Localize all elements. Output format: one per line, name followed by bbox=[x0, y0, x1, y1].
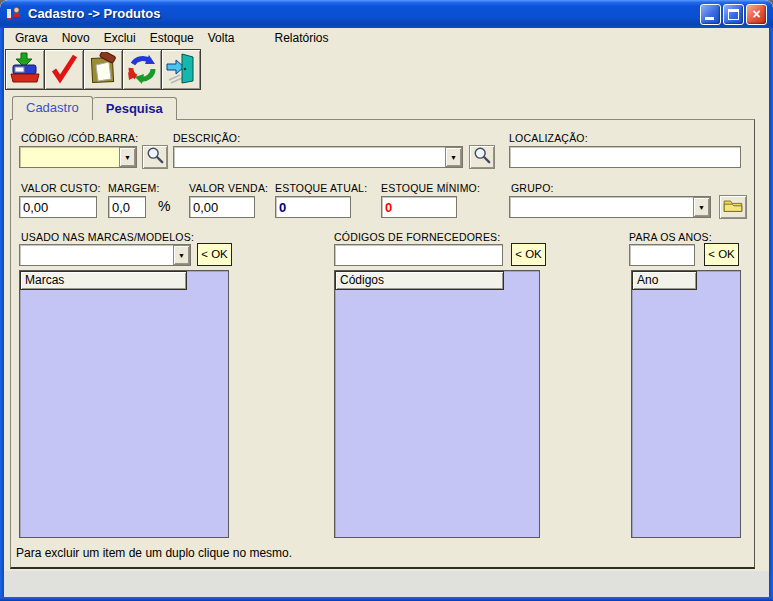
codigo-combo: ▼ bbox=[19, 146, 137, 168]
menubar: Grava Novo Exclui Estoque Volta Relatóri… bbox=[4, 28, 769, 47]
confirm-button[interactable] bbox=[44, 49, 84, 90]
marcas-dropdown-button[interactable]: ▼ bbox=[173, 245, 190, 265]
app-icon bbox=[7, 6, 23, 22]
check-icon bbox=[48, 52, 80, 88]
marcas-list[interactable]: Marcas bbox=[19, 270, 229, 538]
window-frame-left bbox=[0, 28, 4, 601]
titlebar[interactable]: Cadastro -> Produtos × bbox=[0, 0, 773, 28]
anos-ok-button[interactable]: < OK bbox=[704, 243, 739, 266]
estoque-atual-input[interactable] bbox=[275, 196, 351, 218]
footer-hint: Para excluir um item de um duplo clique … bbox=[16, 546, 292, 560]
grupo-input[interactable] bbox=[510, 197, 693, 217]
chevron-down-icon: ▼ bbox=[450, 154, 457, 161]
menu-item-grava[interactable]: Grava bbox=[8, 30, 55, 46]
menu-item-exclui[interactable]: Exclui bbox=[97, 30, 143, 46]
save-icon bbox=[9, 52, 41, 88]
maximize-icon bbox=[728, 9, 739, 20]
estoque-atual-label: ESTOQUE ATUAL: bbox=[275, 182, 367, 194]
close-button[interactable]: × bbox=[746, 4, 767, 25]
minimize-icon bbox=[705, 17, 714, 20]
marcas-combo: ▼ bbox=[19, 244, 191, 266]
anos-list-header: Ano bbox=[632, 271, 697, 290]
valor-venda-label: VALOR VENDA: bbox=[189, 182, 268, 194]
grupo-label: GRUPO: bbox=[511, 182, 554, 194]
refresh-button[interactable] bbox=[122, 49, 162, 90]
search-icon bbox=[146, 146, 164, 168]
bottom-strip bbox=[4, 571, 769, 597]
margem-input[interactable] bbox=[108, 196, 146, 218]
descricao-input[interactable] bbox=[174, 147, 445, 167]
chevron-down-icon: ▼ bbox=[698, 204, 705, 211]
window-title: Cadastro -> Produtos bbox=[28, 0, 161, 28]
valor-custo-input[interactable] bbox=[19, 196, 97, 218]
codigo-label: CÓDIGO /CÓD.BARRA: bbox=[21, 132, 138, 144]
valor-custo-label: VALOR CUSTO: bbox=[21, 182, 101, 194]
clipboard-eraser-icon bbox=[87, 52, 119, 88]
estoque-minimo-input[interactable] bbox=[381, 196, 457, 218]
close-icon: × bbox=[747, 5, 766, 24]
exit-button[interactable] bbox=[161, 49, 201, 90]
menu-item-relatorios[interactable]: Relatórios bbox=[267, 30, 335, 46]
cadastro-page: CÓDIGO /CÓD.BARRA: ▼ DESCRIÇÃO: ▼ LOCALI… bbox=[10, 119, 755, 569]
exit-door-icon bbox=[165, 52, 197, 88]
menu-item-volta[interactable]: Volta bbox=[201, 30, 242, 46]
tab-bar: Cadastro Pesquisa bbox=[12, 96, 177, 120]
codigos-list[interactable]: Códigos bbox=[334, 270, 540, 538]
refresh-icon bbox=[126, 52, 158, 88]
marcas-label: USADO NAS MARCAS/MODELOS: bbox=[21, 231, 194, 243]
marcas-ok-button[interactable]: < OK bbox=[197, 243, 232, 266]
anos-label: PARA OS ANOS: bbox=[629, 231, 712, 243]
minimize-button[interactable] bbox=[700, 4, 721, 25]
descricao-label: DESCRIÇÃO: bbox=[173, 132, 240, 144]
descricao-dropdown-button[interactable]: ▼ bbox=[445, 147, 462, 167]
window-frame-right bbox=[769, 28, 773, 601]
toolbar bbox=[5, 49, 201, 90]
tab-pesquisa[interactable]: Pesquisa bbox=[93, 97, 177, 120]
fornecedores-label: CÓDIGOS DE FORNECEDORES: bbox=[334, 231, 500, 243]
menu-item-novo[interactable]: Novo bbox=[55, 30, 97, 46]
chevron-down-icon: ▼ bbox=[178, 252, 185, 259]
localizacao-input[interactable] bbox=[509, 146, 741, 168]
codigo-input[interactable] bbox=[20, 147, 119, 167]
fornecedores-ok-button[interactable]: < OK bbox=[511, 243, 546, 266]
app-window: Cadastro -> Produtos × Grava Novo Exclui… bbox=[0, 0, 773, 601]
codigo-search-button[interactable] bbox=[142, 145, 168, 169]
search-icon bbox=[473, 146, 491, 168]
grupo-dropdown-button[interactable]: ▼ bbox=[693, 197, 710, 217]
save-button[interactable] bbox=[5, 49, 45, 90]
menu-item-estoque[interactable]: Estoque bbox=[143, 30, 201, 46]
valor-venda-input[interactable] bbox=[189, 196, 255, 218]
grupo-folder-button[interactable] bbox=[719, 195, 747, 219]
window-frame-bottom bbox=[0, 597, 773, 601]
chevron-down-icon: ▼ bbox=[124, 154, 131, 161]
anos-list[interactable]: Ano bbox=[631, 270, 741, 538]
margem-label: MARGEM: bbox=[108, 182, 160, 194]
clear-button[interactable] bbox=[83, 49, 123, 90]
marcas-list-header: Marcas bbox=[20, 271, 187, 290]
marcas-input[interactable] bbox=[20, 245, 173, 265]
percent-label: % bbox=[158, 198, 170, 214]
anos-input[interactable] bbox=[629, 244, 695, 266]
codigo-dropdown-button[interactable]: ▼ bbox=[119, 147, 136, 167]
fornecedores-input[interactable] bbox=[334, 244, 503, 266]
localizacao-label: LOCALIZAÇÃO: bbox=[509, 132, 588, 144]
folder-icon bbox=[723, 197, 743, 217]
codigos-list-header: Códigos bbox=[335, 271, 504, 290]
maximize-button[interactable] bbox=[723, 4, 744, 25]
tab-cadastro[interactable]: Cadastro bbox=[12, 96, 93, 120]
estoque-minimo-label: ESTOQUE MÍNIMO: bbox=[381, 182, 480, 194]
descricao-search-button[interactable] bbox=[469, 145, 495, 169]
grupo-combo: ▼ bbox=[509, 196, 711, 218]
descricao-combo: ▼ bbox=[173, 146, 463, 168]
